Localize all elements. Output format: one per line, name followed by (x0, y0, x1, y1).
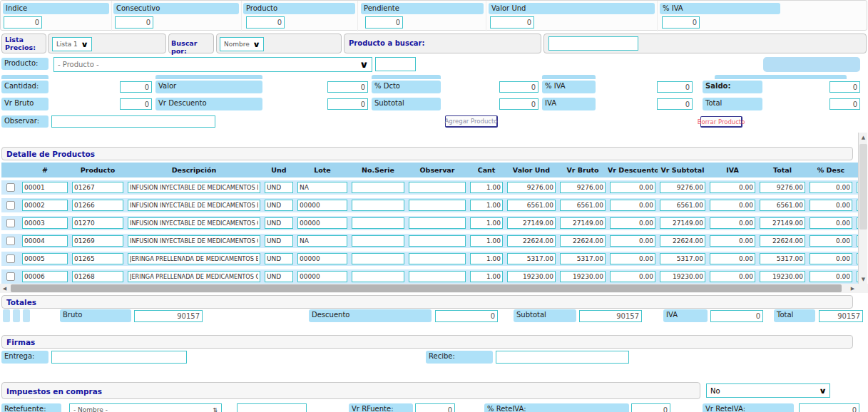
cell-und-input[interactable] (265, 253, 293, 264)
vr-reteiva-input[interactable] (799, 403, 859, 412)
cell-vr_bruto-input[interactable] (560, 200, 606, 211)
horizontal-scrollbar-thumb[interactable] (11, 284, 842, 292)
row-select-checkbox[interactable] (6, 272, 15, 281)
vertical-scrollbar[interactable]: ▲ ▼ (858, 133, 867, 284)
cell-lote-input[interactable] (297, 235, 347, 247)
row-select-checkbox[interactable] (6, 237, 15, 245)
total-subtotal-input[interactable] (579, 310, 642, 322)
pct-reteiva-input[interactable] (631, 403, 670, 412)
pct-dcto-input[interactable] (499, 81, 538, 93)
cell-vr_subtotal-input[interactable] (660, 217, 705, 229)
cell-num-input[interactable] (22, 235, 68, 247)
cell-iva-input[interactable] (710, 182, 755, 193)
retefuente-select[interactable]: - Nombre - ⇅ (69, 403, 222, 412)
cell-cant-input[interactable] (470, 253, 503, 264)
cell-valor_und-input[interactable] (507, 253, 556, 264)
vr-rfuente-input[interactable] (415, 403, 455, 412)
cell-cant-input[interactable] (470, 235, 503, 247)
cell-lote-input[interactable] (297, 182, 347, 193)
cell-total-input[interactable] (760, 182, 805, 193)
cell-total-input[interactable] (760, 200, 805, 211)
cell-vr_subtotal-input[interactable] (660, 271, 705, 282)
borrar-producto-button[interactable]: Borrar Producto (700, 116, 742, 128)
cell-total-input[interactable] (760, 217, 805, 229)
cell-lote-input[interactable] (297, 200, 347, 211)
cell-descripcion-input[interactable] (128, 235, 260, 247)
cell-descripcion-input[interactable] (128, 253, 260, 264)
cell-iva-input[interactable] (710, 271, 755, 282)
entry-pct-iva-input[interactable] (657, 81, 693, 93)
producto-select[interactable]: - Producto - ∨ (53, 57, 372, 72)
cell-lote-input[interactable] (297, 217, 347, 229)
pendiente-input[interactable] (365, 16, 403, 29)
impuestos-select[interactable]: No ∨ (706, 383, 830, 398)
producto-num-input[interactable] (246, 16, 285, 29)
cell-vr_descuento-input[interactable] (610, 182, 655, 193)
producto-code-input[interactable] (375, 57, 416, 71)
cell-pct_desc-input[interactable] (810, 200, 852, 211)
cell-vr_subtotal-input[interactable] (660, 253, 705, 264)
cell-und-input[interactable] (265, 182, 293, 193)
cell-vr_bruto-input[interactable] (560, 253, 606, 264)
cell-valor_und-input[interactable] (507, 200, 556, 211)
cell-serie-input[interactable] (352, 200, 404, 211)
retefuente-extra-input[interactable] (237, 403, 307, 412)
cell-iva-input[interactable] (710, 235, 755, 247)
cell-und-input[interactable] (265, 235, 293, 247)
valor-und-input[interactable] (490, 16, 534, 29)
scroll-right-icon[interactable]: ▶ (848, 284, 857, 293)
cell-num-input[interactable] (22, 271, 68, 282)
total-iva-input[interactable] (710, 310, 763, 322)
vr-descuento-input[interactable] (327, 98, 368, 110)
entry-iva-input[interactable] (657, 98, 693, 110)
row-select-checkbox[interactable] (6, 254, 15, 263)
cell-vr_subtotal-input[interactable] (660, 182, 705, 193)
cell-vr_descuento-input[interactable] (610, 217, 655, 229)
cell-und-input[interactable] (265, 217, 293, 229)
buscar-por-select[interactable]: Nombre ∨ (220, 37, 264, 51)
cell-iva-input[interactable] (710, 253, 755, 264)
scroll-down-icon[interactable]: ▼ (859, 274, 868, 284)
valor-input[interactable] (327, 81, 368, 93)
total-descuento-input[interactable] (435, 310, 498, 322)
cell-num-input[interactable] (22, 200, 68, 211)
horizontal-scrollbar[interactable]: ◀ ▶ (0, 284, 858, 293)
cell-serie-input[interactable] (352, 271, 404, 282)
cell-lote-input[interactable] (297, 271, 347, 282)
lista-select[interactable]: Lista 1 ∨ (52, 37, 92, 51)
saldo-input[interactable] (829, 81, 860, 93)
vr-bruto-input[interactable] (120, 98, 152, 110)
vertical-scrollbar-thumb[interactable] (859, 144, 867, 230)
cell-vr_bruto-input[interactable] (560, 217, 606, 229)
pct-iva-input[interactable] (662, 16, 700, 29)
scroll-left-icon[interactable]: ◀ (0, 284, 9, 293)
entrega-input[interactable] (51, 351, 187, 364)
cell-cant-input[interactable] (470, 271, 503, 282)
cell-observar-input[interactable] (409, 253, 466, 264)
cell-producto-input[interactable] (72, 200, 123, 211)
cell-num-input[interactable] (22, 182, 68, 193)
cell-serie-input[interactable] (352, 182, 404, 193)
cell-pct_desc-input[interactable] (810, 217, 852, 229)
row-select-checkbox[interactable] (6, 183, 15, 192)
consecutivo-input[interactable] (115, 16, 153, 29)
cell-vr_descuento-input[interactable] (610, 235, 655, 247)
cell-producto-input[interactable] (72, 271, 123, 282)
recibe-input[interactable] (496, 351, 629, 364)
cell-observar-input[interactable] (409, 182, 466, 193)
total-total-input[interactable] (819, 310, 863, 322)
cell-vr_subtotal-input[interactable] (660, 235, 705, 247)
cell-vr_descuento-input[interactable] (610, 200, 655, 211)
cell-iva-input[interactable] (710, 200, 755, 211)
cell-vr_descuento-input[interactable] (610, 271, 655, 282)
cell-observar-input[interactable] (409, 200, 466, 211)
cell-descripcion-input[interactable] (128, 182, 260, 193)
cell-num-input[interactable] (22, 253, 68, 264)
cell-producto-input[interactable] (72, 253, 123, 264)
cell-vr_subtotal-input[interactable] (660, 200, 705, 211)
cell-vr_bruto-input[interactable] (560, 182, 606, 193)
total-bruto-input[interactable] (134, 310, 203, 322)
cell-iva-input[interactable] (710, 217, 755, 229)
row-select-checkbox[interactable] (6, 201, 15, 210)
cell-und-input[interactable] (265, 271, 293, 282)
